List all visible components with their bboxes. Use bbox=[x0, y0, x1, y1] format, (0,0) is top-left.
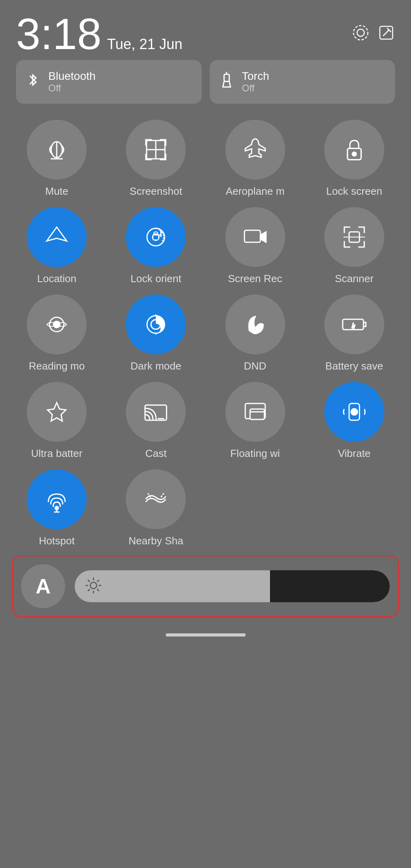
bluetooth-tile[interactable]: Bluetooth Off bbox=[16, 60, 202, 104]
svg-point-40 bbox=[55, 506, 58, 510]
mute-icon bbox=[43, 136, 71, 164]
vibrate-icon bbox=[340, 398, 368, 426]
torch-label: Torch bbox=[242, 70, 269, 83]
top-tiles-row: Bluetooth Off Torch Off bbox=[0, 60, 411, 104]
torch-info: Torch Off bbox=[242, 70, 269, 94]
torch-tile[interactable]: Torch Off bbox=[210, 60, 395, 104]
darkmode-tile[interactable]: Dark mode bbox=[111, 295, 201, 372]
readingmode-tile[interactable]: Reading mo bbox=[12, 295, 101, 372]
readingmode-icon bbox=[43, 310, 71, 338]
aeroplane-tile[interactable]: Aeroplane m bbox=[210, 120, 300, 198]
lockorient-label: Lock orient bbox=[131, 273, 181, 285]
bluetooth-info: Bluetooth Off bbox=[48, 70, 95, 94]
mute-tile[interactable]: Mute bbox=[12, 120, 101, 198]
cast-tile[interactable]: Cast bbox=[111, 382, 201, 460]
auto-brightness-button[interactable]: A bbox=[21, 564, 65, 608]
screenrec-icon bbox=[241, 223, 269, 251]
brightness-slider[interactable] bbox=[75, 570, 390, 602]
location-label: Location bbox=[37, 273, 76, 285]
readingmode-label: Reading mo bbox=[29, 360, 85, 372]
darkmode-circle bbox=[126, 295, 186, 354]
ultrabatter-tile[interactable]: Ultra batter bbox=[12, 382, 101, 460]
batterysave-tile[interactable]: Battery save bbox=[310, 295, 399, 372]
hotspot-label: Hotspot bbox=[39, 535, 75, 547]
svg-line-43 bbox=[161, 493, 164, 497]
floatingwi-circle bbox=[225, 382, 285, 442]
hotspot-circle bbox=[27, 469, 87, 529]
svg-rect-36 bbox=[250, 409, 264, 419]
bluetooth-icon bbox=[24, 71, 42, 93]
sun-icon bbox=[83, 575, 103, 597]
svg-rect-5 bbox=[224, 74, 229, 81]
vibrate-tile[interactable]: Vibrate bbox=[310, 382, 399, 460]
bluetooth-status: Off bbox=[48, 83, 95, 94]
svg-rect-19 bbox=[153, 235, 159, 240]
edit-icon[interactable] bbox=[377, 24, 395, 42]
screenshot-tile[interactable]: Screenshot bbox=[111, 120, 201, 198]
batterysave-circle bbox=[324, 295, 384, 354]
ultrabatter-circle bbox=[27, 382, 87, 442]
clock-time: 3:18 bbox=[16, 12, 101, 56]
torch-icon bbox=[218, 71, 236, 93]
lockscreen-circle bbox=[324, 120, 384, 180]
svg-line-3 bbox=[383, 30, 389, 36]
cast-circle bbox=[126, 382, 186, 442]
svg-point-44 bbox=[90, 582, 97, 589]
dnd-tile[interactable]: DND bbox=[210, 295, 300, 372]
lockscreen-icon bbox=[340, 136, 368, 164]
hotspot-tile[interactable]: Hotspot bbox=[12, 469, 101, 547]
mute-circle bbox=[27, 120, 87, 180]
svg-line-52 bbox=[88, 589, 90, 591]
aeroplane-circle bbox=[225, 120, 285, 180]
location-icon bbox=[43, 223, 71, 251]
lockscreen-tile[interactable]: Lock screen bbox=[310, 120, 399, 198]
floatingwi-tile[interactable]: Floating wi bbox=[210, 382, 300, 460]
svg-point-39 bbox=[351, 409, 357, 415]
floatingwi-label: Floating wi bbox=[230, 447, 280, 460]
nearbyshare-icon bbox=[142, 485, 170, 513]
darkmode-label: Dark mode bbox=[131, 360, 181, 372]
screenrec-tile[interactable]: Screen Rec bbox=[210, 207, 300, 285]
brightness-row: A bbox=[12, 555, 399, 617]
screenrec-circle bbox=[225, 207, 285, 267]
svg-line-49 bbox=[88, 580, 90, 582]
scanner-icon bbox=[340, 223, 368, 251]
dnd-label: DND bbox=[244, 360, 266, 372]
svg-point-0 bbox=[357, 29, 364, 36]
svg-line-50 bbox=[97, 589, 99, 591]
nearbyshare-label: Nearby Sha bbox=[129, 535, 183, 547]
lockorient-tile[interactable]: Lock orient bbox=[111, 207, 201, 285]
brightness-fill bbox=[270, 570, 390, 602]
ultrabatter-icon bbox=[43, 398, 71, 426]
clock-date: Tue, 21 Jun bbox=[107, 36, 183, 53]
settings-icon[interactable] bbox=[352, 24, 369, 42]
bottom-section: A bbox=[0, 555, 411, 617]
vibrate-circle bbox=[324, 382, 384, 442]
svg-rect-20 bbox=[244, 230, 260, 242]
nearbyshare-tile[interactable]: Nearby Sha bbox=[111, 469, 201, 547]
screenshot-icon bbox=[142, 136, 170, 164]
lockorient-icon bbox=[142, 223, 170, 251]
aeroplane-icon bbox=[241, 136, 269, 164]
torch-status: Off bbox=[242, 83, 269, 94]
mute-label: Mute bbox=[45, 185, 68, 198]
lockscreen-label: Lock screen bbox=[326, 185, 382, 198]
screenshot-circle bbox=[126, 120, 186, 180]
location-circle bbox=[27, 207, 87, 267]
time-block: 3:18 Tue, 21 Jun bbox=[16, 12, 183, 56]
batterysave-icon bbox=[340, 310, 368, 338]
scanner-tile[interactable]: Scanner bbox=[310, 207, 399, 285]
hotspot-icon bbox=[43, 485, 71, 513]
svg-point-16 bbox=[352, 152, 356, 156]
vibrate-label: Vibrate bbox=[338, 447, 371, 460]
ultrabatter-label: Ultra batter bbox=[31, 447, 83, 460]
cast-icon bbox=[142, 398, 170, 426]
bluetooth-label: Bluetooth bbox=[48, 70, 95, 83]
screenshot-label: Screenshot bbox=[130, 185, 183, 198]
nav-pill bbox=[0, 633, 411, 637]
tiles-grid-row1: Mute Screenshot Aeroplane m bbox=[0, 120, 411, 547]
nav-pill-bar bbox=[166, 633, 246, 637]
readingmode-circle bbox=[27, 295, 87, 354]
status-icons bbox=[352, 24, 395, 42]
location-tile[interactable]: Location bbox=[12, 207, 101, 285]
